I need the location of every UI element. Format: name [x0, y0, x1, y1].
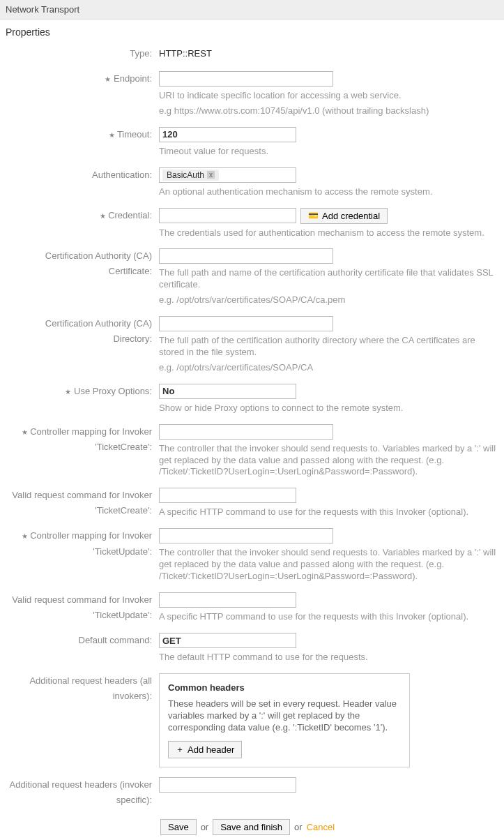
plus-icon: ＋ [176, 744, 184, 756]
credential-select[interactable] [159, 208, 296, 223]
row-credential: ★ Credential: 💳 Add credential The crede… [0, 205, 504, 246]
label-authentication: Authentication: [6, 167, 159, 183]
ca-dir-help2: e.g. /opt/otrs/var/certificates/SOAP/CA [159, 362, 498, 374]
required-star-icon: ★ [65, 387, 71, 395]
row-headers-all: Additional request headers (all invokers… [0, 670, 504, 774]
label-controller-ticketcreate: ★ Controller mapping for Invoker 'Ticket… [6, 424, 159, 456]
row-type: Type: HTTP::REST [0, 43, 504, 68]
save-finish-button[interactable]: Save and finish [213, 819, 290, 835]
endpoint-help2: e.g https://www.otrs.com:10745/api/v1.0 … [159, 105, 498, 117]
add-header-button[interactable]: ＋ Add header [168, 741, 242, 758]
row-controller-ticketcreate: ★ Controller mapping for Invoker 'Ticket… [0, 421, 504, 486]
ca-dir-input[interactable] [159, 316, 333, 331]
common-headers-title: Common headers [168, 682, 401, 693]
row-controller-ticketupdate: ★ Controller mapping for Invoker 'Ticket… [0, 525, 504, 590]
or-text-2: or [294, 822, 303, 832]
label-timeout: ★ Timeout: [6, 127, 159, 143]
label-validcmd-ticketupdate: Valid request command for Invoker 'Ticke… [6, 592, 159, 623]
row-ca-cert: Certification Authority (CA) Certificate… [0, 246, 504, 313]
label-ca-cert: Certification Authority (CA) Certificate… [6, 248, 159, 279]
required-star-icon: ★ [100, 211, 106, 219]
common-headers-desc: These headers will be set in every reque… [168, 698, 401, 734]
required-star-icon: ★ [109, 130, 115, 138]
add-credential-button[interactable]: 💳 Add credential [300, 208, 388, 224]
row-headers-specific: Additional request headers (invoker spec… [0, 774, 504, 815]
row-validcmd-ticketcreate: Valid request command for Invoker 'Ticke… [0, 485, 504, 525]
row-proxy: ★ Use Proxy Options: No Show or hide Pro… [0, 381, 504, 421]
timeout-help: Timeout value for requests. [159, 146, 498, 158]
ca-cert-help1: The full path and name of the certificat… [159, 267, 498, 291]
label-proxy: ★ Use Proxy Options: [6, 384, 159, 400]
label-validcmd-ticketcreate: Valid request command for Invoker 'Ticke… [6, 488, 159, 518]
controller-ticketupdate-help: The controller that the invoker should s… [159, 547, 498, 583]
validcmd-ticketupdate-select[interactable] [159, 592, 296, 608]
validcmd-ticketupdate-help: A specific HTTP command to use for the r… [159, 611, 498, 623]
default-cmd-help: The default HTTP command to use for the … [159, 652, 498, 663]
endpoint-help1: URI to indicate specific location for ac… [159, 90, 498, 102]
action-row: Save or Save and finish or Cancel [0, 815, 504, 840]
timeout-select[interactable]: 120 [159, 127, 296, 142]
row-timeout: ★ Timeout: 120 Timeout value for request… [0, 124, 504, 165]
ca-cert-input[interactable] [159, 248, 333, 264]
controller-ticketcreate-help: The controller that the invoker should s… [159, 443, 498, 479]
endpoint-input[interactable] [159, 71, 333, 87]
tag-remove-icon[interactable]: x [207, 171, 215, 179]
header-title: Network Transport [6, 4, 79, 15]
headers-specific-select[interactable] [159, 777, 296, 793]
ca-dir-help1: The full path of the certification autho… [159, 335, 498, 359]
row-default-cmd: Default command: GET The default HTTP co… [0, 630, 504, 670]
properties-title: Properties [0, 20, 504, 43]
auth-tag: BasicAuth x [162, 170, 219, 181]
label-controller-ticketupdate: ★ Controller mapping for Invoker 'Ticket… [6, 528, 159, 560]
required-star-icon: ★ [105, 75, 111, 83]
controller-ticketupdate-input[interactable] [159, 528, 333, 543]
label-credential: ★ Credential: [6, 208, 159, 224]
row-validcmd-ticketupdate: Valid request command for Invoker 'Ticke… [0, 590, 504, 630]
authentication-select[interactable]: BasicAuth x [159, 167, 296, 183]
proxy-help: Show or hide Proxy options to connect to… [159, 403, 498, 414]
type-value: HTTP::REST [159, 46, 498, 61]
credential-help: The credentials used for authentication … [159, 227, 498, 239]
or-text-1: or [201, 822, 209, 832]
row-ca-dir: Certification Authority (CA) Directory: … [0, 313, 504, 381]
section-header: Network Transport [0, 0, 504, 20]
label-default-cmd: Default command: [6, 633, 159, 648]
label-headers-all: Additional request headers (all invokers… [6, 673, 159, 704]
required-star-icon: ★ [22, 428, 28, 435]
controller-ticketcreate-input[interactable] [159, 424, 333, 440]
validcmd-ticketcreate-select[interactable] [159, 488, 296, 503]
proxy-select[interactable]: No [159, 384, 296, 399]
label-ca-dir: Certification Authority (CA) Directory: [6, 316, 159, 347]
row-authentication: Authentication: BasicAuth x An optional … [0, 165, 504, 205]
validcmd-ticketcreate-help: A specific HTTP command to use for the r… [159, 507, 498, 518]
label-headers-specific: Additional request headers (invoker spec… [6, 777, 159, 808]
save-button[interactable]: Save [160, 819, 197, 835]
row-endpoint: ★ Endpoint: URI to indicate specific loc… [0, 68, 504, 124]
common-headers-box: Common headers These headers will be set… [159, 673, 410, 767]
cancel-link[interactable]: Cancel [307, 822, 335, 832]
required-star-icon: ★ [22, 532, 28, 540]
auth-help: An optional authentication mechanism to … [159, 186, 498, 198]
label-type: Type: [6, 46, 159, 61]
credential-icon: 💳 [308, 211, 319, 220]
ca-cert-help2: e.g. /opt/otrs/var/certificates/SOAP/CA/… [159, 294, 498, 306]
label-endpoint: ★ Endpoint: [6, 71, 159, 87]
default-cmd-select[interactable]: GET [159, 633, 296, 648]
